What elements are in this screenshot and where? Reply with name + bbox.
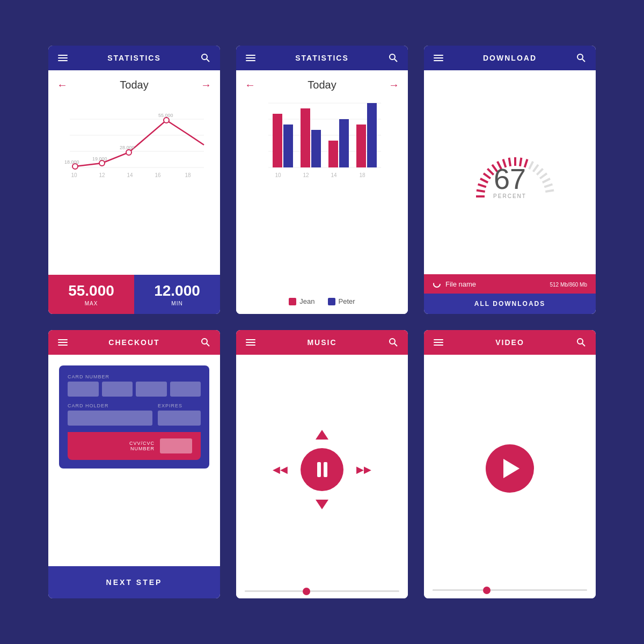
card-download: DOWNLOAD: [424, 46, 596, 314]
pause-icon: [317, 462, 327, 477]
spinner-icon: [433, 280, 441, 288]
nav-next-2[interactable]: →: [389, 79, 399, 91]
next-step-button[interactable]: NEXT STEP: [48, 566, 220, 598]
stat-min-label: MIN: [142, 301, 213, 306]
credit-card-form: CARD NUMBER CARD HOLDER EXPIRES: [59, 365, 209, 469]
expires-input[interactable]: [158, 411, 201, 426]
music-slider-fill: [245, 590, 306, 592]
svg-point-62: [202, 339, 207, 344]
svg-line-43: [478, 184, 486, 187]
svg-text:18.000: 18.000: [64, 159, 79, 165]
svg-line-44: [480, 179, 488, 182]
svg-line-45: [484, 173, 491, 178]
music-row-center: ◀◀ ▶▶: [273, 448, 371, 491]
stat-footer-1: 55.000 MAX 12.000 MIN: [48, 275, 220, 314]
play-video-button[interactable]: [486, 444, 534, 493]
svg-text:14: 14: [331, 172, 337, 178]
search-icon-1[interactable]: [201, 53, 210, 63]
svg-text:14: 14: [127, 172, 133, 178]
search-icon-2[interactable]: [389, 53, 398, 63]
card-video: VIDEO: [424, 330, 596, 598]
nav-title-1: Today: [120, 79, 148, 91]
rewind-button[interactable]: ◀◀: [273, 464, 288, 475]
music-slider-track[interactable]: [245, 590, 399, 592]
gauge-container: 67 PERCENT: [462, 140, 558, 204]
svg-point-38: [577, 54, 583, 60]
forward-button[interactable]: ▶▶: [356, 464, 371, 475]
chart-legend: Jean Peter: [245, 297, 399, 305]
search-icon-6[interactable]: [576, 338, 586, 347]
card-body-download: 67 PERCENT: [424, 70, 596, 274]
svg-point-19: [390, 54, 395, 60]
cvv-input[interactable]: [160, 438, 192, 453]
cvv-label: CVV/CVC NUMBER: [129, 441, 155, 451]
card-expires-group: EXPIRES: [158, 403, 201, 426]
music-up-arrow[interactable]: [316, 430, 328, 440]
svg-line-1: [207, 59, 209, 62]
header-icons-1: [201, 53, 210, 63]
video-body: [424, 355, 596, 582]
search-icon-5[interactable]: [389, 338, 398, 347]
svg-rect-31: [339, 119, 349, 167]
card-body-statistics-1: ← Today →: [48, 70, 220, 270]
checkout-form-body: CARD NUMBER CARD HOLDER EXPIRES: [48, 355, 220, 566]
bar-chart-area: 10 12 14 18: [245, 98, 399, 291]
svg-text:12: 12: [99, 172, 105, 178]
file-name-label: File name: [445, 280, 476, 288]
card-num-box-2[interactable]: [102, 382, 133, 397]
music-slider-thumb[interactable]: [303, 588, 310, 595]
hamburger-icon-4[interactable]: [58, 339, 68, 346]
music-controls: ◀◀ ▶▶: [273, 430, 371, 509]
line-chart-area: 18.000 19.000 28.000 55.000 10 12 14 16 …: [57, 98, 211, 262]
legend-dot-peter: [328, 298, 335, 305]
card-holder-group: CARD HOLDER: [68, 403, 152, 426]
stat-max-label: MAX: [56, 301, 127, 306]
hamburger-icon-3[interactable]: [434, 55, 443, 61]
file-name-area: File name: [433, 280, 476, 288]
stat-min-value: 12.000: [142, 282, 213, 299]
video-slider-track[interactable]: [433, 589, 587, 591]
nav-next-1[interactable]: →: [201, 79, 211, 91]
nav-title-2: Today: [308, 79, 336, 91]
nav-row-1: ← Today →: [57, 79, 211, 91]
nav-prev-2[interactable]: ←: [245, 79, 255, 91]
nav-prev-1[interactable]: ←: [57, 79, 68, 91]
svg-rect-32: [356, 125, 366, 167]
card-holder-input[interactable]: [68, 411, 152, 426]
music-slider-area: [236, 584, 408, 598]
expires-label: EXPIRES: [158, 403, 201, 408]
bar-chart-svg: 10 12 14 18: [245, 98, 399, 189]
card-num-box-1[interactable]: [68, 382, 99, 397]
svg-rect-29: [311, 130, 321, 167]
search-icon-4[interactable]: [201, 338, 210, 347]
svg-line-39: [582, 59, 585, 62]
stat-min-box: 12.000 MIN: [134, 275, 220, 314]
music-down-arrow[interactable]: [316, 500, 328, 509]
line-chart-svg: 18.000 19.000 28.000 55.000 10 12 14 16 …: [57, 98, 211, 184]
card-header-download: DOWNLOAD: [424, 46, 596, 70]
video-slider-thumb[interactable]: [483, 587, 491, 594]
stat-max-box: 55.000 MAX: [48, 275, 134, 314]
hamburger-icon-6[interactable]: [434, 339, 443, 346]
svg-line-65: [394, 343, 397, 346]
svg-text:16: 16: [155, 172, 161, 178]
stat-max-value: 55.000: [56, 282, 127, 299]
all-downloads-button[interactable]: ALL DOWNLOADS: [424, 294, 596, 314]
card-num-box-3[interactable]: [136, 382, 167, 397]
search-icon-3[interactable]: [576, 53, 586, 63]
card-bottom-row: CARD HOLDER EXPIRES: [68, 403, 201, 426]
download-file-row: File name 512 Mb/860 Mb: [424, 274, 596, 294]
svg-line-58: [543, 179, 550, 182]
hamburger-icon-5[interactable]: [246, 339, 255, 346]
svg-rect-33: [367, 103, 377, 167]
hamburger-icon-2[interactable]: [246, 55, 255, 61]
hamburger-icon-1[interactable]: [58, 55, 68, 61]
card-statistics-bar: STATISTICS ← Today →: [236, 46, 408, 314]
music-body: ◀◀ ▶▶: [236, 355, 408, 584]
pause-button[interactable]: [301, 448, 343, 491]
card-holder-label: CARD HOLDER: [68, 403, 152, 408]
card-num-box-4[interactable]: [170, 382, 201, 397]
card-header-checkout: CHECKOUT: [48, 330, 220, 355]
svg-point-64: [390, 339, 395, 344]
svg-line-57: [540, 173, 547, 178]
